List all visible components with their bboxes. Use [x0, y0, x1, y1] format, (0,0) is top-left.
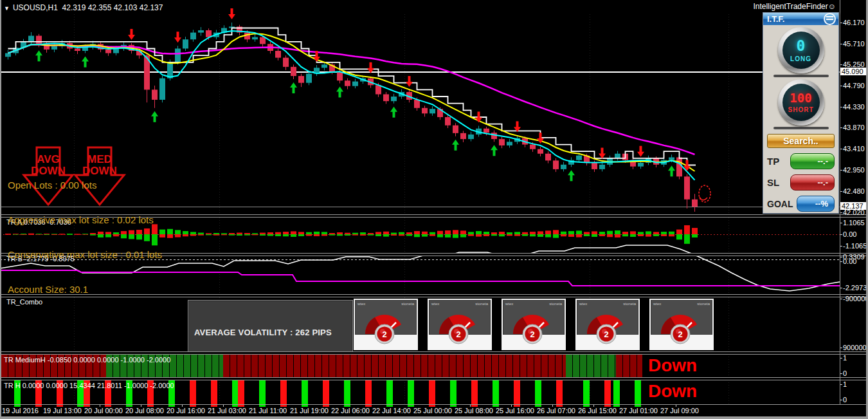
trh-bar	[408, 380, 414, 404]
tra-bar-up	[198, 233, 204, 234]
gauge-shadow	[773, 75, 829, 77]
candle-body	[298, 76, 304, 83]
candle-body	[36, 36, 42, 44]
price-highlight-badge: 42.137	[840, 202, 868, 210]
sell-arrow-icon	[131, 29, 133, 35]
tra-bar-up	[622, 232, 628, 234]
tra-bar-down	[676, 234, 682, 239]
tra-bar-down	[213, 234, 219, 236]
axis-separator	[0, 404, 868, 405]
volatility-info-box: AVERAGE VOLATILITY : 262 PIPS CHART RANG…	[188, 300, 353, 352]
price-label: 1	[843, 380, 847, 388]
candle-body	[491, 133, 497, 139]
tra-bar-down	[183, 234, 188, 236]
axis-color-dash	[604, 405, 611, 407]
tra-bar-down	[576, 234, 582, 237]
buy-arrow-icon	[35, 50, 42, 55]
axis-color-dash	[147, 405, 154, 407]
tra-bar-down	[337, 234, 343, 236]
tra-bar-up	[175, 230, 181, 234]
axis-color-dash	[238, 405, 244, 407]
tra-bar-down	[167, 234, 173, 238]
sl-value: --.-	[817, 178, 828, 187]
tra-bar-down	[283, 234, 289, 236]
candle-body	[676, 157, 682, 176]
short-strength-gauge[interactable]: 100 SHORT	[778, 79, 824, 126]
itf-panel-header[interactable]: I.T.F.	[763, 13, 838, 25]
tra-bar-down	[460, 234, 466, 237]
search-button[interactable]: Search..	[767, 134, 835, 148]
tra-bar-up	[507, 232, 512, 234]
sell-arrow-icon	[231, 8, 233, 15]
long-strength-gauge[interactable]: 0 LONG	[778, 27, 824, 73]
sell-arrow-icon	[228, 14, 235, 19]
buy-arrow-icon	[570, 174, 573, 181]
tra-bar-down	[352, 234, 358, 236]
price-label: 44.790	[843, 82, 865, 89]
candle-body	[468, 135, 474, 139]
trh-bar	[613, 380, 620, 404]
sell-arrow-icon	[640, 146, 642, 153]
short-label: SHORT	[788, 106, 814, 113]
mediumh-down-signal: Down	[648, 355, 697, 376]
tra-bar-down	[476, 234, 482, 237]
tra-bar-up	[237, 233, 242, 234]
candle-body	[291, 67, 296, 76]
sell-arrow-icon	[128, 35, 135, 40]
smiley-icon[interactable]: ☺	[828, 2, 836, 11]
candle-body	[183, 39, 188, 48]
time-label: 19 Jul 13:00	[43, 407, 82, 414]
tra-bar-down	[530, 234, 536, 236]
sl-button[interactable]: --.-	[790, 174, 835, 191]
tra-bar-up	[484, 232, 489, 234]
time-label: 21 Jul 19:00	[290, 407, 329, 414]
symbol-dropdown-icon[interactable]: ▼	[4, 5, 10, 12]
trh-bar	[635, 380, 641, 404]
svg-text:wtex: wtex	[431, 302, 439, 306]
buy-arrow-icon	[390, 107, 397, 112]
time-label: 21 Jul 11:00	[249, 407, 287, 414]
tra-bar-up	[437, 231, 443, 234]
candle-body	[260, 37, 266, 44]
buy-arrow-icon	[671, 170, 673, 176]
trh-bar	[450, 380, 457, 404]
axis-color-dash	[84, 405, 90, 407]
tra-bar-down	[291, 234, 296, 237]
buy-arrow-icon	[154, 116, 156, 122]
gauge-graphic: 2 wtex stoneta	[502, 299, 566, 350]
tra-bar-up	[530, 232, 536, 234]
time-label: 26 Jul 07:00	[537, 407, 575, 414]
sell-arrow-icon	[601, 148, 604, 154]
tra-bar-up	[252, 233, 258, 234]
trh-bar	[259, 380, 266, 404]
axis-color-dash	[514, 405, 520, 407]
tra-bar-up	[213, 233, 219, 234]
symbol-label: USOUSD,H1	[13, 3, 58, 12]
tra-bar-up	[391, 233, 397, 234]
tra-bar-up	[592, 231, 597, 234]
time-label: 20 Jul 16:00	[167, 407, 205, 414]
tra-bar-down	[553, 234, 559, 238]
price-axis-border	[840, 0, 840, 404]
buy-arrow-icon	[568, 170, 575, 175]
tra-bar-down	[399, 234, 404, 236]
tra-bar-down	[260, 234, 266, 236]
tra-bar-up	[630, 231, 636, 234]
candle-body	[460, 133, 466, 139]
trh-bar	[211, 380, 217, 404]
gauge-graphic: 2 wtex stoneta	[354, 299, 418, 350]
price-label: -1.1065	[843, 242, 867, 250]
trh-bar	[514, 380, 520, 404]
window-frame-left	[0, 0, 1, 416]
pane-separator[interactable]	[0, 351, 868, 355]
pane-separator[interactable]	[0, 377, 868, 380]
itf-menu-icon[interactable]	[824, 13, 836, 25]
tra-bar-up	[607, 231, 613, 234]
time-label: 22 Jul 06:00	[331, 407, 370, 414]
ohlc-values: 42.319 42.355 42.103 42.137	[62, 3, 163, 12]
sell-arrow-icon	[370, 62, 372, 69]
tra-bar-up	[638, 232, 644, 234]
goal-button[interactable]: --%	[797, 196, 835, 212]
tp-button[interactable]: --.-	[790, 153, 835, 169]
lot-info-overlay: Open Lots : 0.00 lots Aggressive max lot…	[8, 156, 162, 319]
